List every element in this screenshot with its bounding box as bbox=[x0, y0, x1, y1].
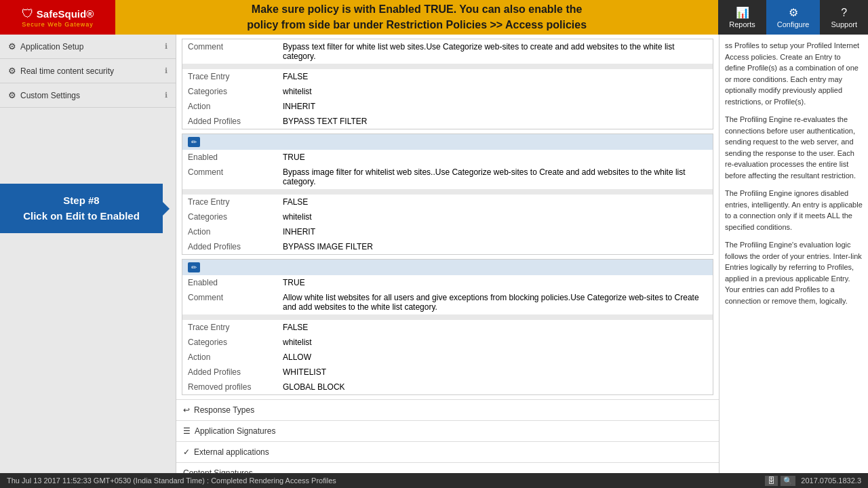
table-row: Added Profiles WHITELIST bbox=[182, 365, 713, 380]
sidebar-item-custom-settings[interactable]: ⚙ Custom Settings ℹ bbox=[0, 83, 176, 108]
content-sig-label: Content Signatures bbox=[183, 468, 253, 473]
field-label-categories: Categories bbox=[182, 84, 277, 99]
right-panel-para-3: The Profiling Engine ignores disabled en… bbox=[725, 188, 863, 232]
policy-block-3: ✏ Enabled TRUE Comment Allow white list … bbox=[182, 259, 713, 395]
field-value-trace2: FALSE bbox=[277, 195, 713, 209]
table-row: Trace Entry FALSE bbox=[182, 195, 713, 209]
logo-shield-icon: 🛡 bbox=[22, 7, 34, 21]
section-link-external-apps[interactable]: ✓ External applications bbox=[176, 441, 719, 462]
table-row: Added Profiles BYPASS IMAGE FILTER bbox=[182, 239, 713, 254]
section-link-content-signatures[interactable]: Content Signatures bbox=[176, 462, 719, 473]
reports-button[interactable]: 📊 Reports bbox=[718, 0, 766, 35]
table-row: Comment Allow white list websites for al… bbox=[182, 290, 713, 314]
field-label-removed3: Removed profiles bbox=[182, 380, 277, 394]
table-row: Removed profiles GLOBAL BLOCK bbox=[182, 380, 713, 394]
table-row: Trace Entry FALSE bbox=[182, 320, 713, 335]
field-label-trace2: Trace Entry bbox=[182, 195, 277, 209]
logo-title: SafeSquid® bbox=[37, 8, 94, 20]
custom-icon: ⚙ bbox=[8, 90, 16, 100]
field-label-action2: Action bbox=[182, 224, 277, 239]
field-label-comment3: Comment bbox=[182, 290, 277, 314]
edit-icon-3[interactable]: ✏ bbox=[188, 262, 200, 272]
right-panel: ss Profiles to setup your Profiled Inter… bbox=[719, 35, 868, 473]
sidebar-item-label: Application Setup bbox=[20, 42, 83, 52]
field-label-action3: Action bbox=[182, 350, 277, 365]
field-value-trace: FALSE bbox=[277, 69, 713, 84]
support-icon: ? bbox=[841, 7, 847, 19]
logo-subtitle: Secure Web Gateway bbox=[22, 21, 93, 28]
banner-line2: policy from side bar under Restriction P… bbox=[247, 18, 587, 33]
right-panel-para-2: The Profiling Engine re-evaluates the co… bbox=[725, 114, 863, 181]
reports-label: Reports bbox=[729, 20, 755, 28]
block3-header: ✏ bbox=[182, 260, 713, 275]
policy-block-2: ✏ Enabled TRUE Comment Bypass image filt… bbox=[182, 134, 713, 255]
logo: 🛡 SafeSquid® Secure Web Gateway bbox=[0, 0, 115, 35]
status-icon-search[interactable]: 🔍 bbox=[781, 476, 795, 486]
field-value-added3: WHITELIST bbox=[277, 365, 713, 380]
field-label-categories2: Categories bbox=[182, 209, 277, 224]
section-link-response-types[interactable]: ↩ Response Types bbox=[176, 399, 719, 420]
field-value-added-profiles: BYPASS TEXT FILTER bbox=[277, 114, 713, 129]
table-row: Comment Bypass image filter for whitelis… bbox=[182, 165, 713, 189]
table1: Comment Bypass text filter for white lis… bbox=[182, 39, 713, 129]
policy-block-1: Comment Bypass text filter for white lis… bbox=[182, 39, 713, 129]
sidebar-item-application-setup[interactable]: ⚙ Application Setup ℹ bbox=[0, 35, 176, 59]
status-bar: Thu Jul 13 2017 11:52:33 GMT+0530 (India… bbox=[0, 473, 868, 488]
configure-icon: ⚙ bbox=[789, 6, 798, 19]
field-label-categories3: Categories bbox=[182, 335, 277, 350]
field-label-enabled3: Enabled bbox=[182, 275, 277, 290]
table-row: Action INHERIT bbox=[182, 224, 713, 239]
table-row: Action ALLOW bbox=[182, 350, 713, 365]
table-row: Trace Entry FALSE bbox=[182, 69, 713, 84]
section-link-app-signatures[interactable]: ☰ Application Signatures bbox=[176, 420, 719, 441]
top-navigation: 🛡 SafeSquid® Secure Web Gateway Make sur… bbox=[0, 0, 868, 35]
sidebar-item-realtime[interactable]: ⚙ Real time content security ℹ bbox=[0, 59, 176, 83]
row-divider bbox=[182, 64, 713, 69]
field-label-enabled2: Enabled bbox=[182, 150, 277, 165]
step-tooltip: Step #8 Click on Edit to Enabled bbox=[0, 184, 163, 233]
field-value-enabled2: TRUE bbox=[277, 150, 713, 165]
edit-icon-2[interactable]: ✏ bbox=[188, 137, 200, 147]
version-text: 2017.0705.1832.3 bbox=[801, 476, 861, 485]
field-value-action3: ALLOW bbox=[277, 350, 713, 365]
ext-apps-label: External applications bbox=[194, 447, 269, 457]
field-value-comment3: Allow white list websites for all users … bbox=[277, 290, 713, 314]
table-row: Added Profiles BYPASS TEXT FILTER bbox=[182, 114, 713, 129]
field-value-comment2: Bypass image filter for whitelist web si… bbox=[277, 165, 713, 189]
field-label-added2: Added Profiles bbox=[182, 239, 277, 254]
field-value-categories2: whitelist bbox=[277, 209, 713, 224]
table-row: Comment Bypass text filter for white lis… bbox=[182, 39, 713, 64]
field-value-removed3: GLOBAL BLOCK bbox=[277, 380, 713, 394]
info-icon-1: ℹ bbox=[165, 66, 167, 75]
field-label-action: Action bbox=[182, 99, 277, 114]
row-divider bbox=[182, 314, 713, 320]
field-value-action: INHERIT bbox=[277, 99, 713, 114]
field-label-trace3: Trace Entry bbox=[182, 320, 277, 335]
app-sig-label: Application Signatures bbox=[195, 426, 275, 436]
table-row: Enabled TRUE bbox=[182, 150, 713, 165]
block2-header: ✏ bbox=[182, 134, 713, 150]
table-row: Categories whitelist bbox=[182, 335, 713, 350]
app-sig-icon: ☰ bbox=[183, 426, 191, 436]
field-value-comment: Bypass text filter for white list web si… bbox=[277, 39, 713, 64]
field-label-added3: Added Profiles bbox=[182, 365, 277, 380]
field-label-comment2: Comment bbox=[182, 165, 277, 189]
banner-line1: Make sure policy is with Enabled TRUE. Y… bbox=[247, 2, 587, 17]
right-panel-para-1: ss Profiles to setup your Profiled Inter… bbox=[725, 40, 863, 107]
support-label: Support bbox=[831, 20, 857, 28]
app-setup-icon: ⚙ bbox=[8, 41, 16, 52]
configure-label: Configure bbox=[777, 20, 810, 28]
main-area: ⚙ Application Setup ℹ ⚙ Real time conten… bbox=[0, 35, 868, 473]
right-panel-para-4: The Profiling Engine's evaluation logic … bbox=[725, 239, 863, 306]
banner: Make sure policy is with Enabled TRUE. Y… bbox=[115, 0, 718, 35]
info-icon-0: ℹ bbox=[165, 42, 167, 51]
field-label-added-profiles: Added Profiles bbox=[182, 114, 277, 129]
table2: Enabled TRUE Comment Bypass image filter… bbox=[182, 150, 713, 254]
support-button[interactable]: ? Support bbox=[820, 0, 868, 35]
field-value-action2: INHERIT bbox=[277, 224, 713, 239]
configure-button[interactable]: ⚙ Configure bbox=[766, 0, 821, 35]
status-text: Thu Jul 13 2017 11:52:33 GMT+0530 (India… bbox=[7, 476, 336, 485]
table3: Enabled TRUE Comment Allow white list we… bbox=[182, 275, 713, 394]
field-value-enabled3: TRUE bbox=[277, 275, 713, 290]
status-icon-db[interactable]: 🗄 bbox=[765, 476, 778, 486]
